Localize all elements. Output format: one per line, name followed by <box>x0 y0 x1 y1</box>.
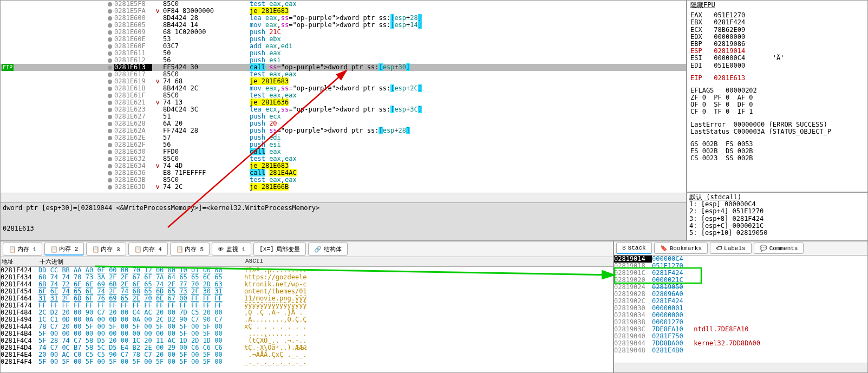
disasm-row[interactable]: 0281E63285C0test eax,eax <box>1 155 686 162</box>
disasm-row[interactable]: 0281E61150push eax <box>1 50 686 57</box>
tab-bookmarks[interactable]: 🔖 Bookmarks <box>654 243 708 254</box>
breakpoint-dot[interactable] <box>108 185 112 189</box>
breakpoint-dot[interactable] <box>108 108 112 112</box>
tab-memory-3[interactable]: 📋内存 3 <box>86 243 126 256</box>
instruction: je 281E66B <box>250 184 686 191</box>
stack-comment <box>690 347 694 354</box>
disasm-row[interactable]: 0281E62E57push edi <box>1 134 686 141</box>
tab-locals[interactable]: [x=] 局部变量 <box>253 243 305 256</box>
breakpoint-dot[interactable] <box>108 157 112 161</box>
bytes: 57 <box>163 134 250 141</box>
disasm-row[interactable]: 0281E636E8 71FEFFFFcall 281E4AC <box>1 169 686 176</box>
disasm-row[interactable]: 0281E61B8B4424 2Cmov eax,ss="op-purple">… <box>1 85 686 92</box>
breakpoint-dot[interactable] <box>108 150 112 154</box>
jump-mark <box>152 22 163 29</box>
disasm-row[interactable]: 0281E63B85C0test eax,eax <box>1 176 686 184</box>
mem-addr: 0281F4F4 <box>1 358 38 365</box>
disasm-row[interactable]: 0281E6238D4C24 3Clea ecx,ss="op-purple">… <box>1 106 686 113</box>
jump-mark: v <box>152 78 163 85</box>
tab-memory-5[interactable]: 📋内存 5 <box>170 243 210 256</box>
dump-icon: 📋 <box>92 246 99 252</box>
breakpoint-dot[interactable] <box>108 73 112 77</box>
breakpoint-dot[interactable] <box>108 87 112 91</box>
disasm-row[interactable]: 0281E60F03C7add eax,edi <box>1 43 686 50</box>
breakpoint-dot[interactable] <box>108 58 112 63</box>
instruction: test eax,eax <box>250 92 686 99</box>
disasm-row[interactable]: 0281E62F56push esi <box>1 141 686 148</box>
jump-mark <box>152 169 163 176</box>
tab-labels[interactable]: 🏷 Labels <box>710 243 752 254</box>
breakpoint-dot[interactable] <box>108 164 112 168</box>
struct-icon: 🔗 <box>314 246 322 253</box>
disasm-row[interactable]: 0281E60E53push ebx <box>1 36 686 43</box>
disasm-row[interactable]: 0281E61785C0test eax,eax <box>1 71 686 78</box>
breakpoint-dot[interactable] <box>108 44 112 49</box>
stkinfo-4: 4: [esp+C] 0000021C <box>689 223 865 230</box>
breakpoint-dot[interactable] <box>108 9 112 14</box>
registers-panel[interactable]: 隐藏FPU EAX 051E1270 EBX 0281F424 ECX 78B6… <box>687 0 868 192</box>
breakpoint-dot[interactable] <box>108 16 112 21</box>
disasm-hscroll[interactable] <box>1 193 686 202</box>
tab-memory-2[interactable]: 📋内存 2 <box>44 243 84 256</box>
breakpoint-dot[interactable] <box>108 171 112 175</box>
breakpoint-dot[interactable] <box>108 143 112 147</box>
call-args-panel[interactable]: 默认 (stdcall) 1: [esp] 000000C4 2: [esp+4… <box>687 192 868 241</box>
tab-memory-4[interactable]: 📋内存 4 <box>128 243 168 256</box>
disasm-row[interactable]: 0281E62AFF7424 28push ss="op-purple">dwo… <box>1 127 686 134</box>
stack-panel[interactable]: S Stack 🔖 Bookmarks 🏷 Labels 💬 Comments … <box>614 241 868 373</box>
breakpoint-dot[interactable] <box>108 51 112 56</box>
reg-edi: EDI 051E0000 <box>690 62 864 69</box>
stack-row[interactable]: 028190480281E4B0 <box>614 347 867 354</box>
disasm-row[interactable]: 0281E63Dv74 2Cje 281E66B <box>1 184 686 191</box>
stack-comment: kernel32.7DD8DA00 <box>690 340 760 347</box>
breakpoint-dot[interactable] <box>108 80 112 84</box>
disasm-row[interactable]: 0281E62751push ecx <box>1 113 686 120</box>
breakpoint-dot[interactable] <box>108 122 112 126</box>
eip-marker: EIP <box>2 64 14 71</box>
breakpoint-dot[interactable] <box>108 30 112 35</box>
tab-memory-1[interactable]: 📋内存 1 <box>3 243 42 256</box>
memory-row[interactable]: 0281F4F45F 00 5F 00 5F 00 5F 00 5F 00 5F… <box>1 358 613 365</box>
jump-mark <box>152 29 163 36</box>
disasm-row[interactable]: 0281E634v74 4Dje 281E683 <box>1 162 686 169</box>
reg-title[interactable]: 隐藏FPU <box>690 2 864 9</box>
disassembly-panel[interactable]: 0281E5F885C0test eax,eax0281E5FAv0F84 83… <box>0 0 687 241</box>
jump-mark <box>152 85 163 92</box>
breakpoint-dot[interactable] <box>108 37 112 42</box>
breakpoint-dot[interactable] <box>108 178 112 182</box>
jump-mark <box>152 50 163 57</box>
memory-panel[interactable]: 📋内存 1 📋内存 2 📋内存 3 📋内存 4 📋内存 5 👁监视 1 [x=]… <box>0 241 614 373</box>
jump-mark <box>152 113 163 120</box>
jump-mark: v <box>152 8 163 15</box>
tab-comments[interactable]: 💬 Comments <box>754 243 804 254</box>
breakpoint-dot[interactable] <box>108 2 112 6</box>
jump-mark <box>152 148 163 155</box>
disasm-row[interactable]: 0281E60968 1C020000push 21C <box>1 29 686 36</box>
jump-mark <box>152 120 163 127</box>
reg-flags3: CF 0 TF 0 IF 1 <box>690 108 864 115</box>
breakpoint-dot[interactable] <box>108 115 112 119</box>
breakpoint-dot[interactable] <box>108 129 112 133</box>
instruction: add eax,edi <box>250 43 686 50</box>
reg-ecx: ECX 78B62E09 <box>690 27 864 34</box>
disasm-row[interactable]: 0281E5F885C0test eax,eax <box>1 1 686 8</box>
instruction: test eax,eax <box>250 176 686 184</box>
tab-struct[interactable]: 🔗 结构体 <box>308 243 348 256</box>
disasm-row[interactable]: 0281E6058B4424 14mov eax,ss="op-purple">… <box>1 22 686 29</box>
breakpoint-dot[interactable] <box>108 136 112 140</box>
stack-hscroll[interactable] <box>614 363 867 372</box>
tab-watch-1[interactable]: 👁监视 1 <box>212 243 251 256</box>
disasm-row[interactable]: EIP0281E613FF5424 30call ss="op-purple">… <box>1 64 686 71</box>
disasm-row[interactable]: 0281E630FFD0call eax <box>1 148 686 155</box>
jump-mark <box>152 36 163 43</box>
breakpoint-dot[interactable] <box>108 94 112 98</box>
instruction: call ss="op-purple">dword ptr ss:[esp+30… <box>250 64 686 71</box>
instruction: mov eax,ss="op-purple">dword ptr ss:[esp… <box>250 85 686 92</box>
breakpoint-dot[interactable] <box>108 23 112 28</box>
breakpoint-dot[interactable] <box>108 101 112 105</box>
stack-icon: S <box>622 245 626 251</box>
disasm-row[interactable]: 0281E61F85C0test eax,eax <box>1 92 686 99</box>
instruction: push ebx <box>250 36 686 43</box>
breakpoint-dot[interactable] <box>108 66 112 70</box>
tab-stack[interactable]: S Stack <box>616 243 652 254</box>
